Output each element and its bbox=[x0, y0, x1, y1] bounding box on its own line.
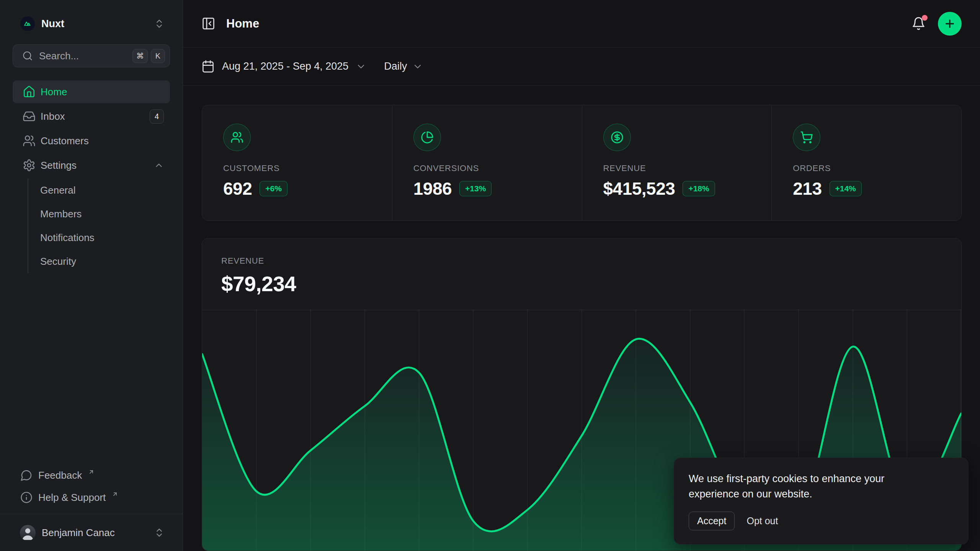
settings-sub-nav: General Members Notifications Security bbox=[28, 178, 170, 273]
sidebar-spacer bbox=[13, 273, 170, 464]
notifications-button[interactable] bbox=[911, 16, 926, 31]
cookie-banner: We use first-party cookies to enhance yo… bbox=[674, 458, 969, 544]
revenue-chart-total: $79,234 bbox=[221, 272, 961, 296]
sidebar-item-notifications[interactable]: Notifications bbox=[28, 226, 170, 249]
sidebar-item-settings[interactable]: Settings bbox=[13, 154, 170, 177]
stat-value: 1986 bbox=[413, 178, 452, 199]
stat-value: 692 bbox=[223, 178, 252, 199]
revenue-chart-label: REVENUE bbox=[221, 256, 961, 266]
calendar-icon bbox=[201, 60, 215, 73]
avatar bbox=[20, 525, 36, 541]
help-support-label: Help & Support bbox=[38, 492, 106, 504]
user-selector-button[interactable] bbox=[154, 527, 165, 538]
external-link-icon bbox=[112, 491, 118, 497]
granularity-select[interactable]: Daily bbox=[384, 60, 423, 72]
home-icon bbox=[23, 85, 36, 98]
date-range-value: Aug 21, 2025 - Sep 4, 2025 bbox=[222, 60, 348, 72]
sidebar-item-general[interactable]: General bbox=[28, 178, 170, 202]
add-button[interactable] bbox=[938, 12, 962, 36]
inbox-icon bbox=[23, 110, 36, 123]
stat-orders[interactable]: ORDERS 213 +14% bbox=[771, 105, 961, 220]
stats-panel: CUSTOMERS 692 +6% CONVERSIONS 1986 +13% bbox=[202, 105, 962, 221]
sidebar-item-security[interactable]: Security bbox=[28, 249, 170, 273]
stat-conversions[interactable]: CONVERSIONS 1986 +13% bbox=[392, 105, 582, 220]
pie-chart-icon bbox=[413, 124, 441, 151]
stat-value: $415,523 bbox=[603, 178, 675, 199]
chevron-down-icon bbox=[356, 61, 366, 72]
users-icon bbox=[223, 124, 251, 151]
search-icon bbox=[22, 51, 33, 61]
user-name: Benjamin Canac bbox=[42, 527, 115, 539]
dollar-circle-icon bbox=[603, 124, 631, 151]
sidebar: Nuxt Search... ⌘ K Home bbox=[0, 0, 183, 551]
chevron-down-icon bbox=[412, 61, 423, 72]
help-support-link[interactable]: Help & Support bbox=[13, 486, 170, 509]
stat-delta-badge: +18% bbox=[683, 181, 715, 196]
sidebar-divider bbox=[0, 514, 183, 514]
granularity-value: Daily bbox=[384, 60, 407, 72]
stat-delta-badge: +13% bbox=[459, 181, 492, 196]
kbd-k: K bbox=[151, 49, 165, 63]
panel-left-close-icon bbox=[201, 16, 216, 31]
date-range-picker[interactable]: Aug 21, 2025 - Sep 4, 2025 bbox=[201, 60, 366, 73]
chevrons-up-down-icon bbox=[154, 18, 165, 29]
unread-notification-dot bbox=[922, 15, 928, 21]
plus-icon bbox=[944, 18, 956, 30]
stat-customers[interactable]: CUSTOMERS 692 +6% bbox=[202, 105, 392, 220]
workspace-selector-button[interactable] bbox=[154, 18, 165, 29]
stat-revenue[interactable]: REVENUE $415,523 +18% bbox=[582, 105, 772, 220]
nuxt-logo-icon bbox=[20, 16, 35, 31]
stat-delta-badge: +6% bbox=[260, 181, 287, 196]
sidebar-item-label: Customers bbox=[41, 135, 89, 147]
stat-label: CONVERSIONS bbox=[413, 163, 582, 173]
message-bubble-icon bbox=[20, 469, 33, 481]
page-header: Home bbox=[183, 0, 980, 47]
sidebar-item-home[interactable]: Home bbox=[13, 80, 170, 103]
stat-delta-badge: +14% bbox=[830, 181, 862, 196]
page-title: Home bbox=[226, 17, 259, 31]
chevron-up-icon bbox=[154, 160, 164, 170]
optout-cookies-button[interactable]: Opt out bbox=[746, 515, 778, 527]
stat-label: CUSTOMERS bbox=[223, 163, 392, 173]
sidebar-nav: Home Inbox 4 Customers bbox=[13, 80, 170, 273]
stat-label: ORDERS bbox=[793, 163, 961, 173]
sidebar-item-label: Settings bbox=[41, 160, 77, 171]
external-link-icon bbox=[88, 469, 95, 475]
chevrons-up-down-icon bbox=[154, 527, 165, 538]
sidebar-item-customers[interactable]: Customers bbox=[13, 129, 170, 152]
gear-icon bbox=[23, 159, 36, 172]
sidebar-item-members[interactable]: Members bbox=[28, 202, 170, 226]
filters-toolbar: Aug 21, 2025 - Sep 4, 2025 Daily bbox=[183, 47, 980, 86]
feedback-link[interactable]: Feedback bbox=[13, 464, 170, 486]
inbox-unread-badge: 4 bbox=[150, 109, 164, 124]
stat-value: 213 bbox=[793, 178, 822, 199]
workspace-name: Nuxt bbox=[41, 18, 64, 30]
cookie-message: We use first-party cookies to enhance yo… bbox=[689, 471, 918, 502]
workspace-switcher[interactable]: Nuxt bbox=[13, 13, 170, 34]
collapse-sidebar-button[interactable] bbox=[201, 16, 216, 31]
accept-cookies-button[interactable]: Accept bbox=[689, 512, 735, 530]
search-placeholder: Search... bbox=[39, 50, 79, 62]
shopping-cart-icon bbox=[793, 124, 820, 151]
search-input[interactable]: Search... ⌘ K bbox=[13, 44, 170, 67]
sidebar-item-label: Inbox bbox=[41, 111, 65, 122]
sidebar-item-label: Home bbox=[41, 86, 67, 98]
info-circle-icon bbox=[20, 491, 33, 504]
user-menu[interactable]: Benjamin Canac bbox=[13, 518, 170, 547]
feedback-label: Feedback bbox=[38, 469, 82, 481]
users-icon bbox=[23, 134, 36, 147]
stat-label: REVENUE bbox=[603, 163, 772, 173]
kbd-cmd: ⌘ bbox=[132, 49, 148, 63]
sidebar-item-inbox[interactable]: Inbox 4 bbox=[13, 105, 170, 128]
